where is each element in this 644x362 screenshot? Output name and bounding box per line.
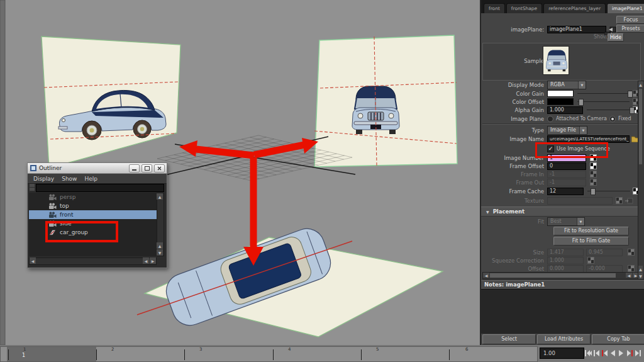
color-gain-slider[interactable] (577, 90, 630, 97)
camera-icon (48, 203, 57, 210)
color-offset-label: Color Offset (481, 99, 547, 105)
texture-map-icon (587, 257, 594, 264)
viewport[interactable]: Outliner Display Show Help persp (0, 0, 480, 345)
image-plane-side[interactable] (42, 37, 180, 168)
outliner-titlebar[interactable]: Outliner (28, 163, 167, 174)
presets-button[interactable]: Presets (616, 25, 644, 33)
scroll-up-icon[interactable]: ▲ (638, 266, 643, 272)
attr-hscrollbar[interactable]: ◀ ◀ ▶ (482, 272, 640, 280)
outliner-filter-input[interactable] (36, 184, 164, 192)
step-forward-frame-icon[interactable] (626, 349, 633, 358)
focus-button[interactable]: Focus (616, 16, 644, 24)
time-slider[interactable]: 1 2 3 4 5 6 1 (0, 346, 538, 362)
outliner-item-persp[interactable]: persp (29, 193, 157, 201)
tab-referenceplanes-layer[interactable]: referencePlanes_layer (543, 3, 606, 13)
previous-key-icon[interactable] (593, 349, 600, 358)
scroll-left-icon[interactable]: ◀ (143, 257, 149, 264)
outliner-title: Outliner (39, 165, 62, 171)
scroll-right-icon[interactable]: ▶ (150, 257, 156, 264)
scroll-down-icon[interactable]: ▼ (157, 249, 163, 256)
alpha-gain-slider[interactable] (587, 106, 630, 113)
outliner-item-front[interactable]: front (29, 210, 157, 219)
playback-speed-field[interactable]: 1.00 (540, 348, 584, 359)
frame-offset-field[interactable]: 0 (547, 162, 586, 170)
scroll-up-icon[interactable]: ▲ (638, 81, 643, 88)
go-to-end-icon[interactable] (634, 349, 641, 358)
tab-imageplane1[interactable]: imagePlane1 (607, 3, 644, 13)
play-backwards-icon[interactable] (609, 349, 616, 358)
current-frame-block[interactable] (7, 347, 96, 361)
notes-textarea[interactable] (481, 289, 644, 334)
imageplane-name-field[interactable]: imagePlane1 (547, 26, 606, 33)
hide-button[interactable]: Hide (608, 33, 624, 42)
outliner-hscrollbar[interactable]: ◀ ◀ ▶ (29, 257, 157, 265)
frame-cache-slider[interactable] (587, 188, 630, 195)
outliner-item-top[interactable]: top (29, 201, 157, 210)
sample-swatch[interactable] (543, 46, 569, 75)
placement-section-header[interactable]: ▼ Placement (481, 206, 640, 217)
color-offset-swatch[interactable] (547, 98, 574, 105)
filter-icon[interactable] (30, 184, 35, 191)
offset-y-field: -0.000 (586, 265, 623, 273)
scroll-left-icon[interactable]: ◀ (30, 257, 36, 264)
keyable-icon[interactable] (590, 162, 597, 169)
alpha-gain-label: Alpha Gain (481, 107, 547, 113)
scroll-down-icon[interactable]: ▼ (638, 273, 643, 279)
load-attributes-button[interactable]: Load Attributes (537, 334, 591, 344)
display-mode-label: Display Mode (481, 82, 547, 88)
attached-to-camera-radio[interactable] (547, 116, 553, 122)
vscroll-thumb[interactable] (639, 89, 642, 164)
alpha-gain-field[interactable]: 1.000 (547, 106, 583, 114)
show-button[interactable]: Show (594, 33, 606, 40)
image-plane-mode-row: Image Plane Attached To Camera Fixed (481, 115, 640, 123)
size-row: Size 1.417 0.945 (481, 248, 640, 256)
frame-tick-label: 6 (465, 347, 468, 352)
type-dropdown[interactable]: Image File▼ (547, 126, 587, 135)
select-button[interactable]: Select (482, 334, 536, 344)
menu-display[interactable]: Display (33, 176, 54, 182)
timebar: 1 2 3 4 5 6 1 1.00 (0, 345, 644, 362)
image-name-field[interactable]: urceimages\LATEST\referenceFront_v1.tif (547, 135, 630, 143)
item-label: persp (60, 194, 75, 200)
tab-front[interactable]: front (484, 3, 505, 13)
color-gain-swatch[interactable] (547, 90, 574, 97)
copy-tab-button[interactable]: Copy Tab (592, 334, 644, 344)
play-forwards-icon[interactable] (618, 349, 625, 358)
annotation-box-use-image-sequence (535, 142, 608, 158)
outliner-window[interactable]: Outliner Display Show Help persp (27, 162, 167, 268)
frame-in-field: -1 (547, 171, 586, 178)
tab-frontshape[interactable]: frontShape (506, 3, 542, 13)
fixed-radio[interactable] (609, 116, 616, 122)
restore-icon[interactable] (142, 164, 152, 173)
image-plane-label: Image Plane (481, 116, 547, 122)
frame-cache-row: Frame Cache 12 (481, 187, 640, 195)
minimize-icon[interactable] (129, 164, 140, 173)
attr-vscrollbar[interactable]: ▲ ▲ ▼ (638, 81, 644, 280)
frame-offset-row: Frame Offset 0 (481, 162, 640, 170)
step-back-frame-icon[interactable] (601, 349, 608, 358)
hscroll-thumb[interactable] (490, 273, 616, 278)
scroll-left-icon[interactable]: ◀ (626, 273, 632, 278)
size-label: Size (481, 249, 547, 256)
frame-cache-field[interactable]: 12 (547, 188, 584, 195)
texture-label: Texture (481, 198, 547, 204)
display-mode-row: Display Mode RGBA▼ (481, 81, 640, 89)
color-offset-slider[interactable] (577, 98, 630, 105)
image-plane-top[interactable] (137, 223, 443, 337)
scroll-left-icon[interactable]: ◀ (483, 273, 489, 278)
close-icon[interactable] (154, 164, 165, 173)
display-mode-dropdown[interactable]: RGBA▼ (547, 81, 586, 89)
image-plane-front[interactable] (314, 35, 457, 167)
go-to-start-icon[interactable] (585, 349, 592, 358)
fit-to-film-gate-button[interactable]: Fit to Film Gate (553, 237, 629, 246)
squeeze-correction-label: Squeeze Correction (481, 257, 547, 264)
menu-help[interactable]: Help (84, 176, 97, 182)
fit-to-resolution-gate-button[interactable]: Fit to Resolution Gate (553, 227, 629, 235)
squeeze-correction-field: 1.000 (547, 257, 584, 264)
connection-in-icon (625, 198, 633, 204)
outliner-vscrollbar[interactable]: ▲ ▲ ▼ (157, 193, 164, 256)
menu-show[interactable]: Show (62, 176, 77, 182)
frame-offset-label: Frame Offset (481, 163, 547, 169)
scroll-up-icon[interactable]: ▲ (157, 193, 163, 200)
scroll-up-icon[interactable]: ▲ (157, 242, 163, 249)
